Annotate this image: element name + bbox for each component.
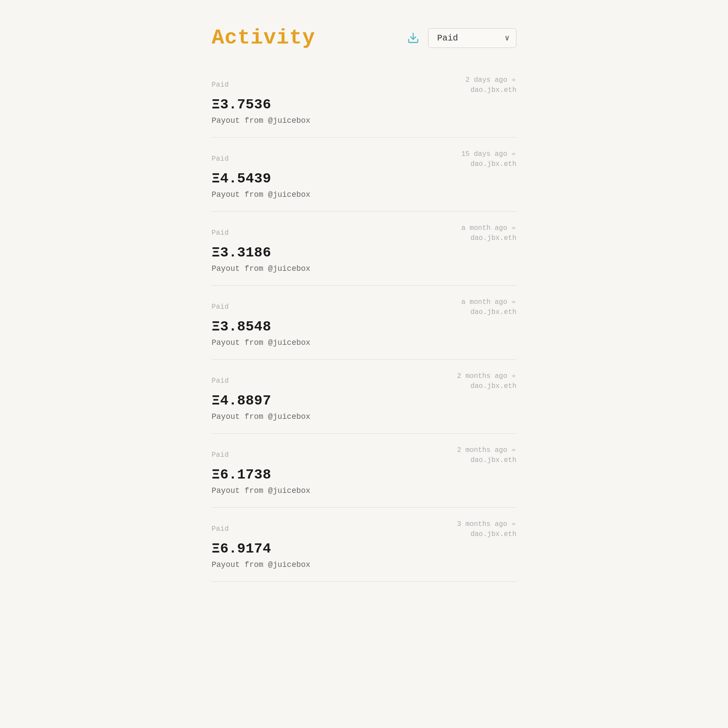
page-header: Activity PaidAllRedeemedDistributed ∨ bbox=[212, 26, 516, 50]
item-address: dao.jbx.eth bbox=[470, 456, 516, 464]
item-type: Paid bbox=[212, 451, 229, 459]
item-meta: a month ago ⚭ bbox=[461, 224, 516, 233]
item-right: 2 days ago ⚭ dao.jbx.eth bbox=[465, 76, 516, 94]
item-description: Payout from @juicebox bbox=[212, 412, 516, 421]
item-header-2: Paid a month ago ⚭ dao.jbx.eth bbox=[212, 224, 516, 242]
item-description: Payout from @juicebox bbox=[212, 190, 516, 199]
link-icon[interactable]: ⚭ bbox=[511, 372, 516, 381]
activity-container: Activity PaidAllRedeemedDistributed ∨ Pa… bbox=[212, 26, 516, 711]
item-amount: Ξ6.9174 bbox=[212, 541, 516, 557]
item-header-4: Paid 2 months ago ⚭ dao.jbx.eth bbox=[212, 372, 516, 390]
item-description: Payout from @juicebox bbox=[212, 560, 516, 569]
item-amount: Ξ4.5439 bbox=[212, 171, 516, 187]
item-amount: Ξ6.1738 bbox=[212, 467, 516, 483]
item-type: Paid bbox=[212, 155, 229, 163]
item-header-0: Paid 2 days ago ⚭ dao.jbx.eth bbox=[212, 76, 516, 94]
item-amount: Ξ3.3186 bbox=[212, 245, 516, 261]
list-item: Paid 2 months ago ⚭ dao.jbx.eth Ξ6.1738 … bbox=[212, 434, 516, 508]
item-description: Payout from @juicebox bbox=[212, 264, 516, 273]
item-address: dao.jbx.eth bbox=[470, 160, 516, 168]
item-type: Paid bbox=[212, 229, 229, 237]
link-icon[interactable]: ⚭ bbox=[511, 298, 516, 307]
item-type: Paid bbox=[212, 303, 229, 311]
item-description: Payout from @juicebox bbox=[212, 486, 516, 495]
list-item: Paid 2 days ago ⚭ dao.jbx.eth Ξ3.7536 Pa… bbox=[212, 64, 516, 138]
item-right: a month ago ⚭ dao.jbx.eth bbox=[461, 298, 516, 316]
item-amount: Ξ3.8548 bbox=[212, 319, 516, 335]
item-type: Paid bbox=[212, 81, 229, 89]
item-time: 2 months ago bbox=[457, 446, 507, 454]
item-meta: a month ago ⚭ bbox=[461, 298, 516, 307]
item-address: dao.jbx.eth bbox=[470, 86, 516, 94]
item-amount: Ξ4.8897 bbox=[212, 393, 516, 409]
download-icon bbox=[407, 32, 419, 44]
list-item: Paid 15 days ago ⚭ dao.jbx.eth Ξ4.5439 P… bbox=[212, 138, 516, 212]
item-time: a month ago bbox=[461, 298, 507, 306]
item-meta: 2 months ago ⚭ bbox=[457, 372, 516, 381]
item-type: Paid bbox=[212, 525, 229, 533]
item-right: 15 days ago ⚭ dao.jbx.eth bbox=[461, 150, 516, 168]
list-item: Paid a month ago ⚭ dao.jbx.eth Ξ3.3186 P… bbox=[212, 212, 516, 286]
filter-wrapper[interactable]: PaidAllRedeemedDistributed ∨ bbox=[428, 28, 516, 48]
item-meta: 3 months ago ⚭ bbox=[457, 520, 516, 529]
item-header-3: Paid a month ago ⚭ dao.jbx.eth bbox=[212, 298, 516, 316]
item-right: 2 months ago ⚭ dao.jbx.eth bbox=[457, 446, 516, 464]
list-item: Paid 3 months ago ⚭ dao.jbx.eth Ξ6.9174 … bbox=[212, 508, 516, 582]
item-meta: 2 days ago ⚭ bbox=[465, 76, 516, 84]
item-address: dao.jbx.eth bbox=[470, 234, 516, 242]
item-time: 3 months ago bbox=[457, 520, 507, 528]
link-icon[interactable]: ⚭ bbox=[511, 446, 516, 455]
page-title: Activity bbox=[212, 26, 315, 50]
item-type: Paid bbox=[212, 377, 229, 385]
link-icon[interactable]: ⚭ bbox=[511, 520, 516, 529]
link-icon[interactable]: ⚭ bbox=[511, 76, 516, 84]
item-address: dao.jbx.eth bbox=[470, 382, 516, 390]
item-right: 2 months ago ⚭ dao.jbx.eth bbox=[457, 372, 516, 390]
item-header-5: Paid 2 months ago ⚭ dao.jbx.eth bbox=[212, 446, 516, 464]
link-icon[interactable]: ⚭ bbox=[511, 224, 516, 233]
item-right: a month ago ⚭ dao.jbx.eth bbox=[461, 224, 516, 242]
item-address: dao.jbx.eth bbox=[470, 308, 516, 316]
list-item: Paid 2 months ago ⚭ dao.jbx.eth Ξ4.8897 … bbox=[212, 360, 516, 434]
item-description: Payout from @juicebox bbox=[212, 116, 516, 125]
header-controls: PaidAllRedeemedDistributed ∨ bbox=[405, 28, 516, 48]
filter-select[interactable]: PaidAllRedeemedDistributed bbox=[428, 28, 516, 48]
item-address: dao.jbx.eth bbox=[470, 530, 516, 538]
item-time: a month ago bbox=[461, 224, 507, 232]
item-time: 2 months ago bbox=[457, 372, 507, 380]
activity-list: Paid 2 days ago ⚭ dao.jbx.eth Ξ3.7536 Pa… bbox=[212, 64, 516, 582]
item-description: Payout from @juicebox bbox=[212, 338, 516, 347]
item-time: 2 days ago bbox=[465, 76, 507, 84]
item-time: 15 days ago bbox=[461, 150, 507, 158]
item-meta: 15 days ago ⚭ bbox=[461, 150, 516, 158]
item-amount: Ξ3.7536 bbox=[212, 97, 516, 113]
item-meta: 2 months ago ⚭ bbox=[457, 446, 516, 455]
list-item: Paid a month ago ⚭ dao.jbx.eth Ξ3.8548 P… bbox=[212, 286, 516, 360]
download-button[interactable] bbox=[405, 30, 421, 46]
link-icon[interactable]: ⚭ bbox=[511, 150, 516, 158]
item-header-1: Paid 15 days ago ⚭ dao.jbx.eth bbox=[212, 150, 516, 168]
item-header-6: Paid 3 months ago ⚭ dao.jbx.eth bbox=[212, 520, 516, 538]
item-right: 3 months ago ⚭ dao.jbx.eth bbox=[457, 520, 516, 538]
